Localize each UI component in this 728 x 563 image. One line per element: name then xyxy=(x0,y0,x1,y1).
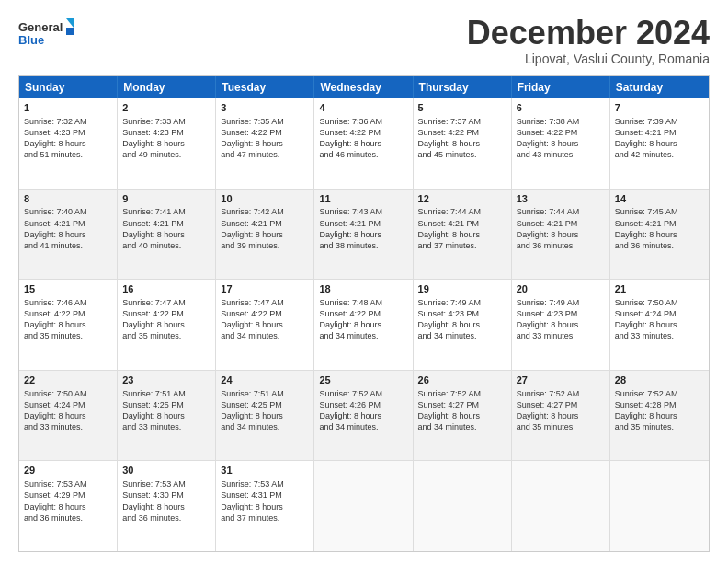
page: General Blue December 2024 Lipovat, Vasl… xyxy=(0,0,728,563)
cell-info: Sunrise: 7:50 AM Sunset: 4:24 PM Dayligh… xyxy=(615,297,704,342)
calendar-body: 1Sunrise: 7:32 AM Sunset: 4:23 PM Daylig… xyxy=(19,98,709,551)
cell-info: Sunrise: 7:33 AM Sunset: 4:23 PM Dayligh… xyxy=(122,116,210,161)
day-number: 14 xyxy=(615,192,704,206)
day-number: 10 xyxy=(221,192,309,206)
cell-info: Sunrise: 7:52 AM Sunset: 4:27 PM Dayligh… xyxy=(418,388,506,433)
day-number: 13 xyxy=(517,192,605,206)
calendar-header-day: Saturday xyxy=(610,76,709,98)
calendar-cell: 29Sunrise: 7:53 AM Sunset: 4:29 PM Dayli… xyxy=(19,461,118,551)
svg-text:Blue: Blue xyxy=(18,33,44,47)
calendar-cell: 15Sunrise: 7:46 AM Sunset: 4:22 PM Dayli… xyxy=(19,280,118,370)
logo-svg: General Blue xyxy=(18,17,74,50)
calendar-cell: 31Sunrise: 7:53 AM Sunset: 4:31 PM Dayli… xyxy=(216,461,314,551)
calendar: SundayMondayTuesdayWednesdayThursdayFrid… xyxy=(18,75,710,552)
calendar-header-day: Friday xyxy=(512,76,610,98)
cell-info: Sunrise: 7:52 AM Sunset: 4:28 PM Dayligh… xyxy=(615,388,704,433)
calendar-cell: 1Sunrise: 7:32 AM Sunset: 4:23 PM Daylig… xyxy=(19,98,118,189)
calendar-cell: 6Sunrise: 7:38 AM Sunset: 4:22 PM Daylig… xyxy=(512,98,610,189)
day-number: 9 xyxy=(122,192,210,206)
day-number: 8 xyxy=(24,192,112,206)
cell-info: Sunrise: 7:49 AM Sunset: 4:23 PM Dayligh… xyxy=(418,297,506,342)
day-number: 20 xyxy=(517,282,605,296)
cell-info: Sunrise: 7:53 AM Sunset: 4:29 PM Dayligh… xyxy=(24,478,112,523)
day-number: 1 xyxy=(24,101,112,115)
day-number: 19 xyxy=(418,282,506,296)
calendar-cell: 13Sunrise: 7:44 AM Sunset: 4:21 PM Dayli… xyxy=(512,190,610,280)
calendar-cell: 25Sunrise: 7:52 AM Sunset: 4:26 PM Dayli… xyxy=(314,371,413,461)
day-number: 11 xyxy=(319,192,407,206)
header: General Blue December 2024 Lipovat, Vasl… xyxy=(18,17,710,66)
calendar-cell: 3Sunrise: 7:35 AM Sunset: 4:22 PM Daylig… xyxy=(216,98,314,189)
cell-info: Sunrise: 7:32 AM Sunset: 4:23 PM Dayligh… xyxy=(24,116,112,161)
cell-info: Sunrise: 7:44 AM Sunset: 4:21 PM Dayligh… xyxy=(517,206,605,251)
day-number: 16 xyxy=(122,282,210,296)
day-number: 17 xyxy=(221,282,309,296)
calendar-week: 8Sunrise: 7:40 AM Sunset: 4:21 PM Daylig… xyxy=(19,190,709,281)
calendar-cell: 5Sunrise: 7:37 AM Sunset: 4:22 PM Daylig… xyxy=(414,98,512,189)
day-number: 24 xyxy=(221,373,309,387)
day-number: 29 xyxy=(24,464,112,477)
calendar-cell: 9Sunrise: 7:41 AM Sunset: 4:21 PM Daylig… xyxy=(118,190,216,280)
calendar-header-day: Thursday xyxy=(414,76,512,98)
calendar-cell: 2Sunrise: 7:33 AM Sunset: 4:23 PM Daylig… xyxy=(118,98,216,189)
cell-info: Sunrise: 7:50 AM Sunset: 4:24 PM Dayligh… xyxy=(24,388,112,433)
cell-info: Sunrise: 7:47 AM Sunset: 4:22 PM Dayligh… xyxy=(221,297,309,342)
cell-info: Sunrise: 7:47 AM Sunset: 4:22 PM Dayligh… xyxy=(122,297,210,342)
cell-info: Sunrise: 7:38 AM Sunset: 4:22 PM Dayligh… xyxy=(517,116,605,161)
calendar-header-day: Monday xyxy=(118,76,216,98)
calendar-cell: 4Sunrise: 7:36 AM Sunset: 4:22 PM Daylig… xyxy=(314,98,413,189)
cell-info: Sunrise: 7:48 AM Sunset: 4:22 PM Dayligh… xyxy=(319,297,407,342)
cell-info: Sunrise: 7:45 AM Sunset: 4:21 PM Dayligh… xyxy=(615,206,704,251)
calendar-week: 29Sunrise: 7:53 AM Sunset: 4:29 PM Dayli… xyxy=(19,461,709,551)
cell-info: Sunrise: 7:37 AM Sunset: 4:22 PM Dayligh… xyxy=(418,116,506,161)
calendar-cell: 30Sunrise: 7:53 AM Sunset: 4:30 PM Dayli… xyxy=(118,461,216,551)
calendar-header: SundayMondayTuesdayWednesdayThursdayFrid… xyxy=(19,76,709,98)
cell-info: Sunrise: 7:52 AM Sunset: 4:27 PM Dayligh… xyxy=(517,388,605,433)
calendar-cell: 14Sunrise: 7:45 AM Sunset: 4:21 PM Dayli… xyxy=(610,190,709,280)
day-number: 21 xyxy=(615,282,704,296)
calendar-cell: 20Sunrise: 7:49 AM Sunset: 4:23 PM Dayli… xyxy=(512,280,610,370)
cell-info: Sunrise: 7:51 AM Sunset: 4:25 PM Dayligh… xyxy=(122,388,210,433)
day-number: 22 xyxy=(24,373,112,387)
cell-info: Sunrise: 7:53 AM Sunset: 4:31 PM Dayligh… xyxy=(221,478,309,523)
calendar-cell: 8Sunrise: 7:40 AM Sunset: 4:21 PM Daylig… xyxy=(19,190,118,280)
cell-info: Sunrise: 7:44 AM Sunset: 4:21 PM Dayligh… xyxy=(418,206,506,251)
day-number: 23 xyxy=(122,373,210,387)
calendar-cell-empty xyxy=(414,461,512,551)
svg-marker-2 xyxy=(66,18,74,28)
day-number: 31 xyxy=(221,464,309,477)
calendar-header-day: Wednesday xyxy=(314,76,413,98)
day-number: 18 xyxy=(319,282,407,296)
cell-info: Sunrise: 7:53 AM Sunset: 4:30 PM Dayligh… xyxy=(122,478,210,523)
calendar-cell: 23Sunrise: 7:51 AM Sunset: 4:25 PM Dayli… xyxy=(118,371,216,461)
cell-info: Sunrise: 7:51 AM Sunset: 4:25 PM Dayligh… xyxy=(221,388,309,433)
day-number: 4 xyxy=(319,101,407,115)
calendar-cell-empty xyxy=(610,461,709,551)
calendar-cell-empty xyxy=(314,461,413,551)
day-number: 2 xyxy=(122,101,210,115)
cell-info: Sunrise: 7:40 AM Sunset: 4:21 PM Dayligh… xyxy=(24,206,112,251)
day-number: 6 xyxy=(517,101,605,115)
calendar-cell: 19Sunrise: 7:49 AM Sunset: 4:23 PM Dayli… xyxy=(414,280,512,370)
calendar-cell-empty xyxy=(512,461,610,551)
subtitle: Lipovat, Vaslui County, Romania xyxy=(467,52,710,66)
calendar-week: 1Sunrise: 7:32 AM Sunset: 4:23 PM Daylig… xyxy=(19,98,709,190)
title-block: December 2024 Lipovat, Vaslui County, Ro… xyxy=(467,17,710,66)
calendar-week: 22Sunrise: 7:50 AM Sunset: 4:24 PM Dayli… xyxy=(19,371,709,462)
cell-info: Sunrise: 7:35 AM Sunset: 4:22 PM Dayligh… xyxy=(221,116,309,161)
cell-info: Sunrise: 7:49 AM Sunset: 4:23 PM Dayligh… xyxy=(517,297,605,342)
calendar-cell: 24Sunrise: 7:51 AM Sunset: 4:25 PM Dayli… xyxy=(216,371,314,461)
day-number: 25 xyxy=(319,373,407,387)
calendar-cell: 26Sunrise: 7:52 AM Sunset: 4:27 PM Dayli… xyxy=(414,371,512,461)
day-number: 27 xyxy=(517,373,605,387)
day-number: 3 xyxy=(221,101,309,115)
calendar-cell: 18Sunrise: 7:48 AM Sunset: 4:22 PM Dayli… xyxy=(314,280,413,370)
day-number: 15 xyxy=(24,282,112,296)
calendar-header-day: Sunday xyxy=(19,76,118,98)
day-number: 30 xyxy=(122,464,210,477)
day-number: 26 xyxy=(418,373,506,387)
calendar-cell: 7Sunrise: 7:39 AM Sunset: 4:21 PM Daylig… xyxy=(610,98,709,189)
cell-info: Sunrise: 7:39 AM Sunset: 4:21 PM Dayligh… xyxy=(615,116,704,161)
svg-text:General: General xyxy=(18,20,63,34)
day-number: 5 xyxy=(418,101,506,115)
